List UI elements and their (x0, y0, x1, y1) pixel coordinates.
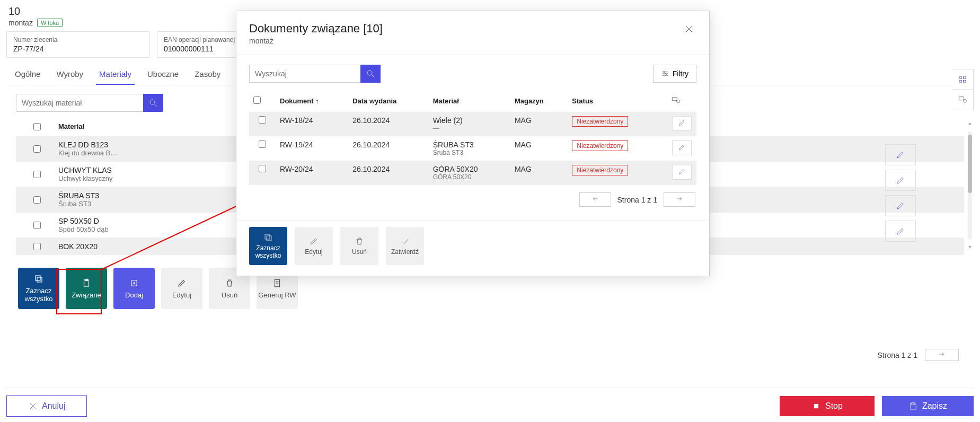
svg-rect-22 (912, 403, 915, 405)
save-icon (908, 401, 918, 411)
tab-wyroby[interactable]: Wyroby (53, 66, 86, 85)
status-pill: Niezatwierdzony (572, 140, 628, 151)
document-rw-icon (272, 278, 282, 288)
document-row[interactable]: RW-20/24 26.10.2024 GÓRA 50X20GÓRA 50X20… (249, 161, 696, 185)
filters-button[interactable]: Filtry (653, 65, 696, 83)
order-number-card: Numer zlecenia ZP-77/24 (6, 31, 149, 58)
related-button[interactable]: Związane (66, 268, 107, 309)
cancel-button[interactable]: Anuluj (6, 395, 87, 417)
scrollbar-thumb[interactable] (968, 135, 972, 193)
pager: Strona 1 z 1 (878, 349, 959, 361)
pager-text: Strona 1 z 1 (878, 351, 918, 359)
col-document[interactable]: Dokument ↑ (276, 90, 348, 112)
plus-icon (129, 278, 139, 288)
copy-icon (34, 274, 43, 284)
material-checkbox[interactable] (33, 145, 41, 153)
copy-icon (263, 233, 273, 242)
doc-row-checkbox[interactable] (259, 140, 266, 148)
row-edit-button[interactable] (672, 116, 692, 131)
col-settings[interactable] (667, 90, 696, 112)
svg-rect-16 (959, 97, 964, 100)
svg-rect-38 (265, 234, 270, 239)
row-edit-button[interactable] (672, 140, 692, 155)
modal-search-input[interactable] (249, 65, 360, 83)
tab-zasoby[interactable]: Zasoby (191, 66, 224, 85)
material-header-label: Materiał (58, 122, 84, 130)
save-button[interactable]: Zapisz (882, 396, 974, 416)
material-search-button[interactable] (143, 94, 163, 112)
svg-point-33 (663, 75, 665, 76)
documents-table: Dokument ↑ Data wydania Materiał Magazyn… (249, 90, 696, 185)
col-material[interactable]: Materiał (429, 90, 510, 112)
svg-point-26 (367, 71, 372, 75)
material-checkbox[interactable] (33, 222, 41, 229)
svg-rect-12 (959, 76, 962, 79)
doc-row-checkbox[interactable] (259, 116, 266, 124)
tab-uboczne[interactable]: Uboczne (144, 66, 182, 85)
status-badge: W toku (37, 19, 63, 27)
modal-confirm-button[interactable]: Zatwierdź (386, 227, 424, 265)
modal-close-button[interactable] (682, 22, 696, 40)
svg-rect-15 (964, 80, 966, 83)
modal-edit-button[interactable]: Edytuj (295, 227, 333, 265)
chevron-down-icon[interactable]: ⌄ (967, 242, 973, 249)
pager-next-button[interactable] (925, 349, 959, 361)
col-date[interactable]: Data wydania (348, 90, 429, 112)
tab-materialy[interactable]: Materiały (96, 66, 135, 85)
pager-prev-button[interactable] (579, 192, 611, 207)
svg-point-17 (964, 99, 967, 102)
material-select-all-checkbox[interactable] (33, 123, 41, 130)
svg-line-27 (372, 75, 374, 77)
add-button[interactable]: Dodaj (113, 268, 155, 309)
svg-point-35 (677, 100, 680, 103)
svg-rect-14 (959, 80, 962, 83)
svg-point-0 (150, 100, 155, 104)
search-icon (366, 69, 375, 78)
svg-point-32 (665, 73, 667, 75)
document-row[interactable]: RW-19/24 26.10.2024 ŚRUBA ST3Śruba ST3 M… (249, 136, 696, 161)
material-checkbox[interactable] (33, 171, 41, 178)
material-checkbox[interactable] (33, 196, 41, 204)
sort-asc-icon: ↑ (315, 97, 319, 105)
arrow-left-icon (591, 195, 599, 203)
modal-select-all-button[interactable]: Zaznacz wszystko (249, 227, 287, 265)
pager-next-button[interactable] (664, 192, 695, 207)
order-number-value: ZP-77/24 (13, 45, 143, 53)
svg-line-1 (154, 104, 157, 107)
side-edit-row-button[interactable] (885, 144, 916, 165)
check-icon (400, 236, 410, 246)
side-edit-row-button[interactable] (885, 195, 916, 216)
status-pill: Niezatwierdzony (572, 165, 628, 175)
col-warehouse[interactable]: Magazyn (510, 90, 568, 112)
modal-search-button[interactable] (360, 65, 381, 83)
svg-rect-3 (37, 277, 42, 282)
table-settings-icon (671, 95, 681, 105)
modal-delete-button[interactable]: Usuń (340, 227, 378, 265)
chevron-up-icon[interactable]: ⌃ (967, 122, 973, 129)
material-search-input[interactable] (16, 94, 143, 112)
edit-button[interactable]: Edytuj (161, 268, 202, 309)
stop-button[interactable]: Stop (780, 396, 875, 416)
pencil-icon (678, 143, 686, 151)
vertical-scrollbar[interactable]: ⌃ ⌄ (966, 122, 974, 249)
trash-icon (355, 236, 364, 246)
svg-rect-13 (964, 76, 966, 79)
pencil-icon (678, 119, 686, 127)
row-edit-button[interactable] (672, 165, 692, 180)
col-status[interactable]: Status (568, 90, 667, 112)
doc-row-checkbox[interactable] (259, 165, 266, 172)
side-edit-row-button[interactable] (885, 221, 916, 242)
settings-stack-icon[interactable] (952, 90, 973, 110)
tab-ogolne[interactable]: Ogólne (12, 66, 43, 85)
grid-view-icon[interactable] (952, 69, 973, 90)
select-all-button[interactable]: Zaznacz wszystko (18, 268, 59, 309)
document-row[interactable]: RW-18/24 26.10.2024 Wiele (2)— MAG Nieza… (249, 112, 696, 136)
doc-select-all-checkbox[interactable] (253, 96, 261, 104)
modal-pager-text: Strona 1 z 1 (617, 196, 658, 204)
material-checkbox[interactable] (33, 243, 41, 250)
svg-rect-39 (267, 236, 271, 241)
arrow-right-icon (676, 195, 683, 203)
stop-icon (811, 401, 821, 411)
side-edit-row-button[interactable] (885, 170, 916, 191)
modal-title: Dokumenty związane [10] (249, 22, 383, 36)
